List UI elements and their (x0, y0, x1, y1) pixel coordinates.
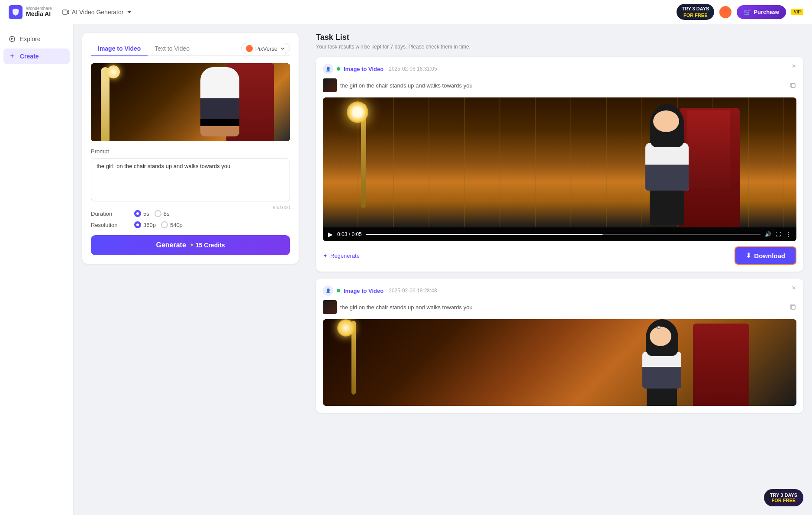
generate-button[interactable]: Generate ✦ 15 Credits (91, 235, 290, 255)
download-button-1[interactable]: ⬇ Download (735, 246, 796, 265)
tab-image-to-video[interactable]: Image to Video (91, 42, 148, 56)
task-2-video-preview (323, 319, 796, 406)
task-1-video-controls: ▶ 0:03 / 0:05 🔊 ⛶ ⋮ (323, 227, 796, 241)
credits-badge: ✦ 15 Credits (190, 242, 225, 249)
duration-8s-option[interactable]: 8s (155, 210, 170, 217)
resolution-540p-label: 540p (170, 222, 183, 228)
duration-5s-option[interactable]: 5s (134, 210, 149, 217)
purchase-button[interactable]: Purchase (737, 5, 786, 19)
regenerate-button-1[interactable]: ✦ Regenerate (323, 253, 360, 259)
task-2-header: 👤 Image to Video 2025-02-06 18:28:48 (323, 285, 796, 296)
generate-label: Generate (156, 241, 186, 249)
chevron-down-icon (126, 9, 133, 16)
more-options-icon-1[interactable]: ⋮ (785, 231, 791, 238)
prompt-label: Prompt (91, 148, 290, 155)
task-list-title: Task List (316, 33, 803, 42)
resolution-360p-radio[interactable] (134, 221, 141, 228)
resolution-360p-option[interactable]: 360p (134, 221, 156, 228)
header: Wondershare Media AI AI Video Generator … (0, 0, 812, 24)
duration-5s-label: 5s (143, 211, 149, 217)
task-2-video-container (323, 319, 796, 406)
download-label-1: Download (754, 252, 785, 259)
try-free-line1: TRY 3 DAYS (770, 492, 797, 498)
resolution-options: 360p 540p (134, 221, 183, 228)
provider-selector[interactable]: PixVerse (241, 43, 290, 54)
task-2-prompt-text: the girl on the chair stands up and walk… (340, 304, 473, 311)
task-1-close-button[interactable]: × (789, 62, 798, 71)
resolution-360p-label: 360p (143, 222, 156, 228)
sidebar-item-explore[interactable]: Explore (3, 31, 70, 47)
resolution-540p-radio[interactable] (161, 221, 168, 228)
main-layout: Explore Create Image to Video Text to Vi… (0, 24, 812, 515)
task-1-thumb-inner (323, 78, 337, 92)
nav-icon (62, 9, 69, 16)
logo-icon (9, 5, 23, 19)
logo-brand-bottom: Media AI (26, 11, 52, 17)
sparkle-icon (9, 53, 16, 60)
plus-icon: ✦ (190, 242, 194, 248)
right-panel: Task List Your task results will be kept… (307, 24, 812, 515)
progress-bar-1[interactable] (366, 234, 760, 235)
copy-icon[interactable] (789, 82, 796, 89)
task-card-2: × 👤 Image to Video 2025-02-06 18:28:48 t… (316, 279, 803, 413)
header-left: Wondershare Media AI AI Video Generator (9, 5, 136, 19)
task-2-status-dot (337, 289, 340, 292)
duration-8s-radio[interactable] (155, 210, 161, 217)
task-2-thumb-inner (323, 300, 337, 314)
time-display-1: 0:03 / 0:05 (337, 231, 362, 237)
logo-text: Wondershare Media AI (26, 6, 52, 17)
sidebar-item-create-label: Create (20, 53, 39, 60)
task-1-actions: ✦ Regenerate ⬇ Download (323, 246, 796, 265)
prompt-input[interactable]: the girl on the chair stands up and walk… (91, 158, 290, 201)
progress-fill-1 (366, 234, 603, 235)
task-1-type-label: Image to Video (344, 66, 383, 72)
resolution-row: Resolution 360p 540p (91, 221, 290, 228)
sidebar: Explore Create (0, 24, 74, 515)
sidebar-item-create[interactable]: Create (3, 49, 70, 64)
duration-5s-radio[interactable] (134, 210, 141, 217)
task-2-avatar-icon: 👤 (325, 288, 331, 293)
task-list-subtitle: Your task results will be kept for 7 day… (316, 44, 803, 50)
nav-label: AI Video Generator (72, 9, 124, 16)
left-panel: Image to Video Text to Video PixVerse (74, 24, 307, 515)
duration-options: 5s 8s (134, 210, 169, 217)
copy-icon-2[interactable] (789, 304, 796, 311)
duration-label: Duration (91, 211, 126, 217)
task-1-status-dot (337, 67, 340, 71)
generate-credits: 15 Credits (196, 242, 225, 249)
provider-name: PixVerse (255, 45, 277, 52)
task-2-prompt-row: the girl on the chair stands up and walk… (323, 300, 796, 314)
image-upload-area[interactable] (91, 63, 290, 141)
time-total-1: 0:05 (351, 231, 361, 237)
user-avatar[interactable] (719, 6, 731, 18)
task-1-header: 👤 Image to Video 2025-02-06 18:31:05 (323, 64, 796, 74)
play-button-1[interactable]: ▶ (328, 231, 333, 238)
provider-chevron-icon (280, 46, 285, 51)
logo-svg-icon (11, 8, 20, 16)
logo: Wondershare Media AI (9, 5, 52, 19)
task-2-type-label: Image to Video (344, 288, 383, 294)
volume-icon-1[interactable]: 🔊 (765, 231, 771, 237)
fullscreen-icon-1[interactable]: ⛶ (776, 231, 781, 237)
compass-icon (9, 36, 16, 42)
download-arrow-icon: ⬇ (746, 252, 751, 259)
resolution-540p-option[interactable]: 540p (161, 221, 183, 228)
tabs-row: Image to Video Text to Video PixVerse (91, 42, 290, 56)
try-free-line2: FOR FREE (772, 498, 796, 503)
try-free-banner[interactable]: TRY 3 DAYS FOR FREE (764, 489, 803, 506)
task-1-prompt-row: the girl on the chair stands up and walk… (323, 78, 796, 92)
task-1-prompt-text: the girl on the chair stands up and walk… (340, 82, 473, 89)
task-2-close-button[interactable]: × (789, 284, 798, 292)
time-current-1: 0:03 (337, 231, 347, 237)
resolution-label: Resolution (91, 222, 126, 228)
tab-text-to-video[interactable]: Text to Video (148, 42, 197, 56)
regenerate-icon: ✦ (323, 253, 328, 259)
task-card-1: × 👤 Image to Video 2025-02-06 18:31:05 t… (316, 57, 803, 272)
task-1-video-preview (323, 97, 796, 227)
try-banner-line2: FOR FREE (683, 12, 708, 18)
try-banner-btn[interactable]: TRY 3 DAYS FOR FREE (677, 4, 714, 20)
task-2-type-icon: 👤 (323, 285, 333, 296)
try-banner-line1: TRY 3 DAYS (682, 6, 709, 12)
nav-ai-video[interactable]: AI Video Generator (59, 7, 137, 17)
duration-row: Duration 5s 8s (91, 210, 290, 217)
